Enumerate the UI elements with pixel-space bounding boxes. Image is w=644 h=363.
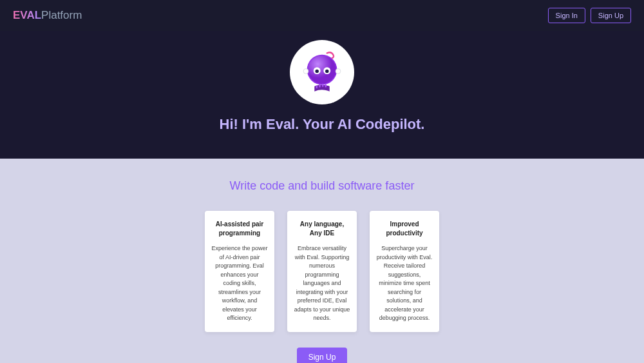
card-body: Embrace versatility with Eval. Supportin… [294, 244, 350, 323]
svg-rect-10 [322, 84, 323, 87]
svg-rect-11 [325, 84, 327, 88]
card-pair-programming: AI-assisted pair programming Experience … [205, 211, 274, 332]
svg-point-5 [325, 70, 328, 73]
avatar [290, 40, 354, 104]
cta-signup-button[interactable]: Sign Up [297, 348, 348, 364]
intro-heading: Write code and build software faster [0, 179, 644, 193]
signin-button[interactable]: Sign In [548, 8, 585, 23]
card-title: Improved productivity [376, 220, 433, 238]
header-buttons: Sign In Sign Up [548, 8, 631, 23]
header: EVALPlatform Sign In Sign Up [0, 0, 644, 31]
logo[interactable]: EVALPlatform [13, 9, 82, 22]
logo-eval: EVAL [13, 9, 41, 21]
card-body: Experience the power of AI-driven pair p… [211, 244, 268, 323]
card-body: Supercharge your productivity with Eval.… [376, 244, 433, 323]
hero-heading: Hi! I'm Eval. Your AI Codepilot. [0, 116, 644, 133]
svg-rect-8 [316, 85, 317, 88]
logo-platform: Platform [41, 9, 82, 21]
svg-point-4 [315, 70, 318, 73]
svg-point-6 [303, 69, 308, 74]
svg-point-7 [336, 69, 341, 74]
card-any-language: Any language, Any IDE Embrace versatilit… [287, 211, 357, 332]
robot-icon [297, 47, 347, 97]
signup-button[interactable]: Sign Up [591, 8, 631, 23]
card-productivity: Improved productivity Supercharge your p… [370, 211, 439, 332]
svg-rect-9 [319, 84, 320, 88]
cards-row: AI-assisted pair programming Experience … [0, 211, 644, 332]
hero-section: Hi! I'm Eval. Your AI Codepilot. [0, 31, 644, 159]
card-title: AI-assisted pair programming [211, 220, 268, 238]
card-title: Any language, Any IDE [294, 220, 350, 238]
svg-point-1 [308, 55, 336, 84]
intro-section: Write code and build software faster AI-… [0, 159, 644, 363]
